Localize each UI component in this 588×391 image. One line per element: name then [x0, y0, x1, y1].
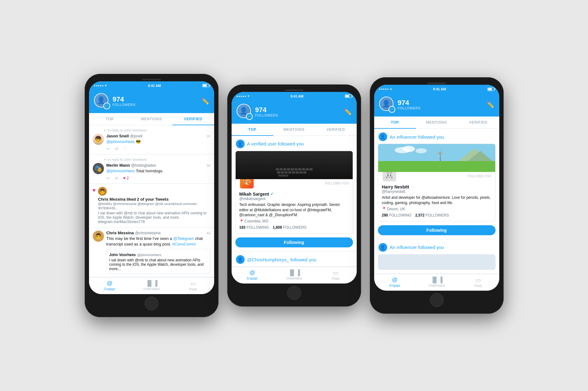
understand-label-2: Understand — [286, 277, 302, 280]
battery-3 — [487, 88, 494, 91]
posts-label-2: Posts — [332, 277, 340, 280]
tabs-2: TOP MENTIONS VERIFIED — [232, 124, 357, 136]
understand-icon-3: ▐▌▐ — [430, 277, 442, 283]
follows-you-mikah: FOLLOWS YOU — [325, 182, 349, 185]
phone-2: ●●●●● ▾ 9:41 AM 👤 — [227, 84, 361, 307]
profile-name-mikah: Mikah Sargent ✓ — [239, 192, 349, 197]
like-btn-1[interactable]: ♡ — [123, 146, 127, 151]
tab-top-2[interactable]: TOP — [232, 124, 273, 136]
engage-icon-1: @ — [107, 280, 112, 287]
following-button-1[interactable]: Following — [235, 237, 353, 247]
engage-label-3: Engage — [389, 284, 400, 287]
edit-icon-3[interactable]: ✏️ — [487, 101, 494, 108]
phone-2-screen: ●●●●● ▾ 9:41 AM 👤 — [232, 92, 357, 284]
nav-engage-1[interactable]: @ Engage — [89, 280, 131, 291]
posts-icon-3: ▭ — [476, 277, 481, 284]
understand-icon-2: ▐▌▐ — [288, 269, 300, 276]
profile-card-mikah: 🎨 FOLLOWS YOU Mikah Sargent ✓ @mikahsarg… — [235, 151, 353, 234]
header-stats-3: 974 FOLLOWERS — [398, 99, 421, 110]
like-btn-2[interactable]: ♥ 2 — [123, 176, 129, 180]
profile-handle-harry: @harrynesbitt — [382, 189, 492, 194]
nav-engage-2[interactable]: @ Engage — [232, 269, 273, 280]
home-button-2[interactable] — [287, 286, 301, 300]
reply-indicator-2: ↩ In reply to John Voorhees — [104, 158, 210, 162]
nav-engage-3[interactable]: @ Engage — [374, 277, 416, 288]
home-button-1[interactable] — [145, 297, 158, 310]
app-header-2: 👤 🐦 974 FOLLOWERS ✏️ — [232, 101, 357, 124]
chris-messina-tweet: 👨 Chris Messina @chrismessina 4d This ma… — [89, 227, 214, 277]
tweet-time-2: 3d — [206, 164, 210, 167]
tab-verified-1[interactable]: VERIFIED — [172, 113, 214, 125]
tab-mentions-1[interactable]: MENTIONS — [131, 113, 172, 125]
notif-title-verified: A verified user followed you — [247, 141, 304, 146]
nav-understand-2[interactable]: ▐▌▐ Understand — [273, 269, 315, 280]
profile-handle-mikah: @mikahsargent — [239, 197, 349, 201]
like-handles: @tedd4u @chrismessina @telegram @mb soun… — [98, 202, 210, 210]
reply-btn-2[interactable]: ↩ — [106, 176, 110, 180]
notif-icon-influencer-2: 👤 — [379, 243, 387, 252]
reply-indicator-1: ↩ In reply to John Voorhees — [104, 128, 210, 132]
tabs-1: TOP MENTIONS VERIFIED — [89, 113, 214, 125]
home-button-3[interactable] — [430, 293, 444, 307]
retweet-btn-2[interactable]: ⇄ — [115, 176, 118, 180]
speaker-2 — [285, 89, 303, 91]
app-header-1: 👤 🐦 974 FOLLOWERS ✏️ — [89, 90, 214, 113]
tab-mentions-3[interactable]: MENTIONS — [416, 117, 458, 128]
nav-posts-2[interactable]: ▭ Posts — [315, 269, 357, 280]
banner-mikah — [236, 151, 353, 179]
phone-3: ●●●●● ▾ 9:41 AM 👤 — [370, 77, 504, 314]
follower-label-3: FOLLOWERS — [398, 106, 421, 110]
tweet-handle-1: @jsnell — [130, 134, 143, 138]
nav-posts-3[interactable]: ▭ Posts — [458, 277, 499, 288]
like-avatar-chris: 👨 — [98, 187, 107, 196]
tab-verified-2[interactable]: VERIFIED — [315, 124, 357, 136]
tabs-3: TOP MENTIONS VERIFIED — [374, 117, 499, 129]
svg-point-12 — [416, 148, 427, 153]
tweet-name-1: Jason Snell — [106, 134, 129, 138]
profile-bio-harry: Artist and developer for @altosadventure… — [382, 195, 492, 206]
heart-icon: ♥ — [93, 188, 96, 224]
profile-stats-harry: 290 FOLLOWING 2,572 FOLLOWERS — [382, 213, 492, 217]
signal-dots-2: ●●●●● — [237, 95, 247, 98]
tab-mentions-2[interactable]: MENTIONS — [273, 124, 315, 136]
nav-understand-3[interactable]: ▐▌▐ Understand — [416, 277, 458, 288]
nav-posts-1[interactable]: ▭ Posts — [172, 280, 214, 291]
edit-icon-1[interactable]: ✏️ — [201, 98, 209, 105]
tweet-avatar-1: 👦 — [93, 134, 104, 145]
avatar-stack-3: 👤 🐦 — [379, 97, 395, 113]
verified-notification: 👤 A verified user followed you — [232, 136, 357, 251]
bottom-nav-1: @ Engage ▐▌▐ Understand ▭ Posts — [89, 277, 214, 294]
tweet-handle-chris: @chrismessina — [135, 231, 161, 235]
follows-you-harry: FOLLOWS YOU — [468, 174, 491, 178]
signal-dots-1: ●●●●● — [94, 84, 104, 87]
nav-understand-1[interactable]: ▐▌▐ Understand — [131, 280, 172, 291]
reply-btn-1[interactable]: ↩ — [106, 146, 110, 151]
header-stats-1: 974 FOLLOWERS — [113, 96, 136, 107]
retweet-btn-1[interactable]: ⇄ — [115, 146, 118, 151]
speaker-3 — [427, 83, 446, 84]
tweet-time-chris: 4d — [206, 231, 210, 235]
twitter-badge-2: 🐦 — [246, 113, 253, 120]
notif-icon-verified: 👤 — [236, 140, 245, 148]
profile-location-mikah: 📍 Columbia, MO — [239, 219, 349, 223]
tab-top-1[interactable]: TOP — [89, 113, 131, 125]
engage-icon-3: @ — [392, 277, 397, 283]
understand-icon-1: ▐▌▐ — [145, 280, 157, 287]
notif-title-influencer-2: An influencer followed you — [390, 245, 444, 250]
follower-count-1: 974 — [113, 96, 136, 103]
following-button-3[interactable]: Following — [378, 225, 496, 235]
influencer-notification-1: 👤 An influencer followed you — [374, 129, 499, 239]
edit-icon-2[interactable]: ✏️ — [344, 108, 352, 116]
follower-count-2: 974 — [255, 107, 278, 113]
status-bar-1: ●●●●● ▾ 9:41 AM — [89, 81, 214, 90]
battery-2 — [345, 94, 352, 98]
tab-verified-3[interactable]: VERIFIED — [458, 117, 499, 128]
tweet-text-2: @johnvoorhees Total horndogs. — [106, 168, 210, 174]
tweet-avatar-chris: 👨 — [93, 231, 104, 242]
tweet-item-1: ↩ In reply to John Voorhees 👦 Jason Snel… — [89, 125, 214, 155]
tab-top-3[interactable]: TOP — [374, 117, 416, 128]
tweet-text-chris: This may be the first time I've seen a @… — [106, 236, 210, 247]
avatar-stack-1: 👤 🐦 — [94, 93, 110, 109]
quoted-tweet: John Voorhees @johnvoorhees I sat down w… — [106, 249, 210, 274]
posts-icon-1: ▭ — [191, 280, 196, 287]
